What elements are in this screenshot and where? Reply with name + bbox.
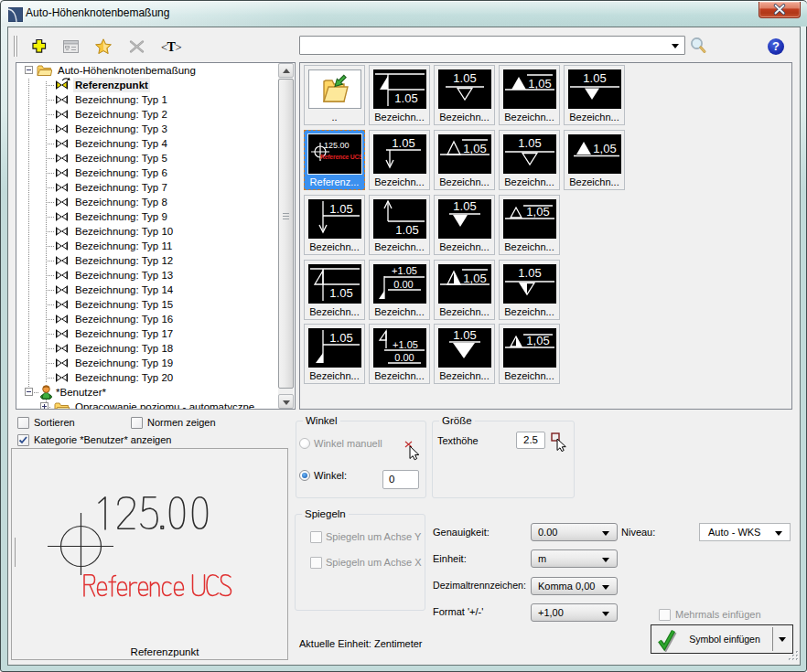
svg-text:1.05: 1.05 xyxy=(453,328,476,342)
svg-text:1.05: 1.05 xyxy=(518,266,541,280)
svg-text:Referenzpunkt: Referenzpunkt xyxy=(131,646,200,657)
svg-text:1.05: 1.05 xyxy=(329,202,352,216)
svg-text:1.05: 1.05 xyxy=(583,71,606,85)
svg-text:1.05: 1.05 xyxy=(518,136,541,150)
svg-text:1.05: 1.05 xyxy=(453,199,476,213)
svg-text:1.05: 1.05 xyxy=(392,136,414,150)
svg-text:1,05: 1,05 xyxy=(528,77,551,91)
svg-text:1,05: 1,05 xyxy=(463,272,486,285)
svg-text:+1.05: +1.05 xyxy=(393,339,418,350)
svg-text:1,05: 1,05 xyxy=(526,205,549,219)
svg-text:1,05: 1,05 xyxy=(463,142,486,155)
svg-text:1,05: 1,05 xyxy=(526,334,549,347)
svg-text:1.05: 1.05 xyxy=(394,91,417,105)
svg-text:1,05: 1,05 xyxy=(593,142,616,155)
svg-text:+1.05: +1.05 xyxy=(392,265,417,276)
svg-text:1.05: 1.05 xyxy=(329,331,352,345)
svg-text:1.05: 1.05 xyxy=(453,71,476,85)
svg-text:125.00: 125.00 xyxy=(324,141,350,150)
svg-text:1.05: 1.05 xyxy=(329,286,352,300)
svg-text:Reference UCS: Reference UCS xyxy=(320,154,361,160)
svg-text:1.05: 1.05 xyxy=(395,223,418,237)
svg-text:0.00: 0.00 xyxy=(394,352,414,363)
svg-text:0.00: 0.00 xyxy=(393,279,413,290)
